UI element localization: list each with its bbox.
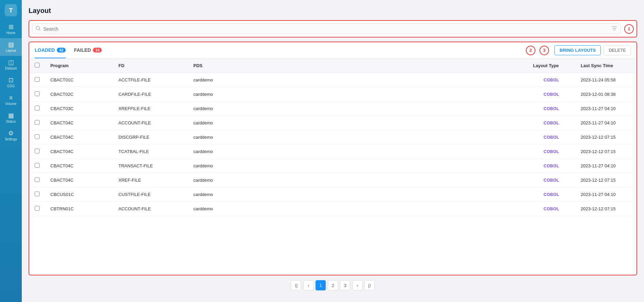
row-last-sync-3: 2023-11-27 04:10 [575,116,637,130]
tab-failed-badge: 10 [93,48,102,52]
row-pds-5: carddemo [188,145,528,159]
sidebar-item-gdg[interactable]: ⊡ GDG [0,74,22,91]
tab-failed[interactable]: FAILED 10 [74,43,102,58]
pagination-last[interactable]: |⟩ [365,280,375,290]
search-wrapper [32,24,621,34]
pagination-first[interactable]: ⟨| [291,280,301,290]
layout-icon: ▤ [8,42,14,48]
layout-table: Program FD PDS Layout Type Last Sync Tim… [29,59,637,216]
dataset-icon: ◫ [8,59,14,65]
action-buttons: 3 BRING LAYOUTS DELETE [540,45,631,55]
tab-loaded-label: LOADED [35,47,55,53]
row-checkbox-cell [29,87,45,102]
pagination-next[interactable]: › [352,280,363,290]
row-layout-type-7: COBOL [528,173,575,187]
table-row: CBCUS01C CUSTFILE-FILE carddemo COBOL 20… [29,187,637,202]
tab-loaded[interactable]: LOADED 42 [35,43,66,58]
col-header-fd: FD [113,59,188,73]
search-area: 1 [29,20,637,37]
row-checkbox-8[interactable] [35,192,39,196]
annotation-circle-3: 3 [540,46,549,55]
pagination-page-2[interactable]: 2 [328,280,338,290]
row-pds-2: carddemo [188,102,528,116]
row-checkbox-0[interactable] [35,77,39,82]
row-checkbox-cell [29,145,45,159]
row-layout-type-1: COBOL [528,87,575,102]
status-icon: ▦ [8,112,14,119]
table-wrapper: Program FD PDS Layout Type Last Sync Tim… [29,59,637,275]
row-program-9: CBTRN01C [45,202,113,216]
row-checkbox-cell [29,73,45,87]
sidebar-label-home: Home [6,31,16,35]
sidebar-item-dataset[interactable]: ◫ Dataset [0,56,22,74]
table-row: CBACT04C TRANSACT-FILE carddemo COBOL 20… [29,159,637,173]
table-row: CBACT04C ACCOUNT-FILE carddemo COBOL 202… [29,116,637,130]
row-program-1: CBACT02C [45,87,113,102]
sidebar-item-volume[interactable]: ≡ Volume [0,91,22,109]
row-checkbox-4[interactable] [35,134,39,139]
table-row: CBACT03C XREFFILE-FILE carddemo COBOL 20… [29,102,637,116]
row-fd-8: CUSTFILE-FILE [113,187,188,202]
row-last-sync-0: 2023-11-24 05:58 [575,73,637,87]
row-checkbox-9[interactable] [35,206,39,211]
row-pds-8: carddemo [188,187,528,202]
row-fd-1: CARDFILE-FILE [113,87,188,102]
search-input[interactable] [43,26,609,32]
sidebar-label-status: Status [6,120,16,123]
row-fd-5: TCATBAL-FILE [113,145,188,159]
sidebar-label-settings: Settings [5,137,17,141]
select-all-checkbox[interactable] [35,63,39,67]
col-header-last-sync: Last Sync Time [575,59,637,73]
row-checkbox-cell [29,173,45,187]
row-checkbox-1[interactable] [35,91,39,96]
sidebar-label-dataset: Dataset [5,66,17,70]
sidebar-item-status[interactable]: ▦ Status [0,109,22,127]
row-last-sync-7: 2023-12-12 07:15 [575,173,637,187]
row-checkbox-cell [29,187,45,202]
row-fd-9: ACCOUNT-FILE [113,202,188,216]
filter-icon[interactable] [612,26,617,32]
table-row: CBACT04C DISCGRP-FILE carddemo COBOL 202… [29,130,637,145]
row-program-3: CBACT04C [45,116,113,130]
tab-failed-label: FAILED [74,47,91,53]
page-title: Layout [29,7,637,15]
sidebar-label-gdg: GDG [7,84,15,88]
annotation-circle-1: 1 [624,24,634,34]
row-pds-4: carddemo [188,130,528,145]
row-program-7: CBACT04C [45,173,113,187]
row-checkbox-5[interactable] [35,149,39,153]
table-body: CBACT01C ACCTFILE-FILE carddemo COBOL 20… [29,73,637,216]
row-fd-6: TRANSACT-FILE [113,159,188,173]
row-pds-0: carddemo [188,73,528,87]
row-checkbox-cell [29,202,45,216]
table-row: CBACT04C TCATBAL-FILE carddemo COBOL 202… [29,145,637,159]
sidebar-item-layout[interactable]: ▤ Layout [0,38,22,56]
col-header-pds: PDS [188,59,528,73]
app-logo: T [4,3,18,17]
sidebar-item-home[interactable]: ⊞ Home [0,20,22,38]
row-pds-9: carddemo [188,202,528,216]
settings-icon: ⚙ [8,130,14,136]
table-header: Program FD PDS Layout Type Last Sync Tim… [29,59,637,73]
row-checkbox-2[interactable] [35,106,39,110]
pagination-prev[interactable]: ‹ [303,280,313,290]
row-checkbox-cell [29,102,45,116]
row-checkbox-6[interactable] [35,163,39,168]
sidebar-label-layout: Layout [6,49,16,52]
table-area: LOADED 42 FAILED 10 2 3 BRING LAYOUTS DE… [29,42,637,275]
row-checkbox-3[interactable] [35,120,39,125]
svg-line-3 [39,29,40,30]
table-row: CBACT02C CARDFILE-FILE carddemo COBOL 20… [29,87,637,102]
col-header-layout-type: Layout Type [528,59,575,73]
tab-loaded-badge: 42 [57,48,66,52]
row-fd-0: ACCTFILE-FILE [113,73,188,87]
delete-button[interactable]: DELETE [603,45,631,55]
row-fd-7: XREF-FILE [113,173,188,187]
sidebar-item-settings[interactable]: ⚙ Settings [0,127,22,145]
bring-layouts-button[interactable]: BRING LAYOUTS [554,45,601,55]
pagination-page-3[interactable]: 3 [340,280,350,290]
row-checkbox-7[interactable] [35,177,39,182]
svg-text:T: T [9,7,13,14]
row-last-sync-9: 2023-12-12 07:15 [575,202,637,216]
pagination-page-1[interactable]: 1 [316,280,326,290]
